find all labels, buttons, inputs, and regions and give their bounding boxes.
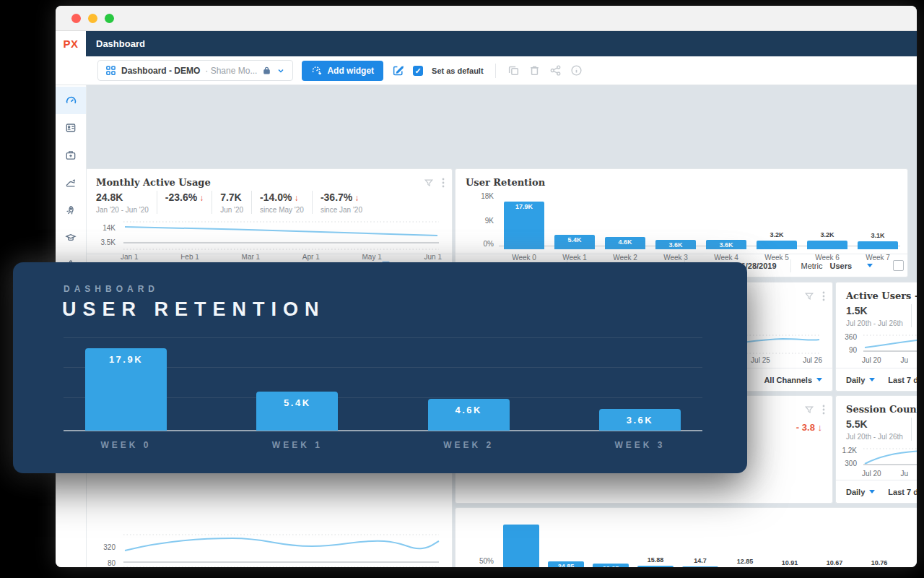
sidebar-item-product[interactable] [56, 142, 86, 169]
sidebar-item-audience[interactable] [56, 114, 86, 142]
bar-column: 3.2KWeek 5 [751, 194, 802, 262]
stat: -36.7%↓since Jan '20 [312, 191, 370, 214]
close-button[interactable] [71, 14, 81, 23]
chevron-down-icon [276, 66, 285, 75]
y-tick: 0% [484, 240, 499, 248]
overlay-x-tick: WEEK 0 [74, 440, 178, 450]
duplicate-icon[interactable] [507, 64, 520, 77]
bar-column: 3.6KWeek 4 [701, 194, 751, 262]
x-tick: Jul 20 [862, 356, 881, 364]
y-tick: 320 [103, 543, 121, 551]
filter-icon[interactable] [424, 178, 434, 188]
bar-column: Day 9 [902, 514, 917, 567]
widget-title: Session Count [836, 396, 917, 416]
y-tick: 50% [479, 557, 499, 565]
screen: PX Dashboard Dashboard - DEMO · Shane Mo… [0, 0, 924, 578]
dashboard-selector-owner: · Shane Mo... [205, 66, 257, 76]
bar-column: 10.67Day 7 [812, 514, 857, 567]
kebab-menu-icon[interactable] [822, 290, 825, 302]
page-title: Dashboard [86, 31, 145, 56]
footer-dropdown[interactable]: Daily [846, 376, 875, 384]
y-tick: 3.5K [100, 238, 121, 246]
stat: 5.5KJul 20th - Jul 26th [846, 418, 911, 441]
include-recent-checkbox[interactable] [893, 260, 904, 271]
overlay-x-ticks: WEEK 0WEEK 1WEEK 2WEEK 3 [64, 440, 702, 450]
stat: 12.2%↑ [911, 304, 917, 327]
window-titlebar [56, 6, 917, 31]
x-axis-ticks: Jul 20Ju [862, 356, 908, 364]
footer-setting[interactable]: MetricUsers [790, 259, 884, 272]
widget-footer: DailyLast 7 days [836, 480, 917, 503]
bar-column: 3.1KWeek 7 [853, 194, 903, 262]
bar-cell: 3.1K [853, 197, 903, 249]
bar-column: 4.6KWeek 2 [600, 194, 650, 262]
overlay-eyebrow: DASHBOARD [64, 284, 159, 294]
line-chart: 360 90 [862, 332, 908, 355]
bar-cell: 3.2K [802, 197, 853, 249]
bar-cell: 10.67 [812, 517, 857, 567]
delete-icon[interactable] [528, 64, 541, 77]
sidebar-item-analytics[interactable] [56, 169, 86, 197]
bar-column: 15.88Day 3 [633, 514, 678, 567]
line-chart: 1.2K 300 [862, 445, 908, 468]
all-channels-dropdown[interactable]: All Channels [764, 376, 822, 384]
x-axis-ticks: Jul 20Ju [862, 470, 908, 478]
sidebar-item-knowledge-center[interactable] [56, 224, 86, 251]
y-tick: 300 [845, 460, 862, 467]
overlay-x-tick: WEEK 3 [588, 440, 692, 450]
bar-cell: 24.85 [544, 517, 588, 567]
bar-cell: 20.25 [588, 517, 633, 567]
lock-icon [262, 66, 271, 75]
zoom-button[interactable] [105, 14, 114, 23]
x-tick: Ju [900, 356, 908, 364]
bar-cell [499, 517, 544, 567]
overlay-title: USER RETENTION [62, 298, 326, 321]
bar-cell: 3.6K [650, 197, 701, 249]
y-tick: 1.2K [842, 447, 862, 454]
bar-cell: 3.6K [701, 197, 751, 249]
widget-footer: DailyLast 7 days [836, 368, 917, 391]
overlay-bar-column: 3.6K [599, 409, 681, 431]
bar-cell: 3.2K [751, 197, 802, 249]
filter-icon[interactable] [804, 405, 814, 415]
sidebar-item-engagements[interactable] [56, 197, 86, 224]
kebab-menu-icon[interactable] [442, 177, 445, 189]
stat: 1.5KJul 20th - Jul 26th [846, 304, 911, 327]
share-icon[interactable] [549, 64, 562, 77]
toolbar-divider [495, 64, 496, 78]
stat: -23.6%↓ [157, 191, 212, 214]
bar-cell: 5.4K [549, 197, 600, 249]
bar-column: 3.2KWeek 6 [802, 194, 853, 262]
footer-dropdown[interactable]: Daily [846, 488, 875, 496]
x-tick: Ju [900, 470, 908, 478]
dashboard-selector[interactable]: Dashboard - DEMO · Shane Mo... [97, 60, 293, 81]
footer-dropdown[interactable]: Last 7 days [888, 376, 917, 384]
widget-gauge-icon [311, 65, 322, 76]
bar-column: 17.9KWeek 0 [499, 194, 549, 262]
y-tick: 90 [849, 346, 862, 354]
widget-title: Monthly Active Usage [86, 169, 452, 189]
overlay-bar-column: 17.9K [85, 348, 167, 431]
bar-cell: 10.91 [767, 517, 812, 567]
add-widget-button[interactable]: Add widget [302, 61, 383, 81]
widget-title: Active Users - Enterp [836, 282, 917, 303]
x-tick: Jul 26 [803, 356, 822, 364]
y-tick: 80 [108, 559, 121, 567]
info-icon[interactable] [570, 64, 583, 77]
x-tick: Jul 25 [751, 356, 770, 364]
set-default-checkbox[interactable]: ✓ [413, 66, 423, 76]
filter-icon[interactable] [804, 291, 814, 301]
edit-icon[interactable] [392, 64, 404, 77]
stat: -14.0%↓since May '20 [251, 191, 312, 214]
kebab-menu-icon[interactable] [822, 404, 825, 415]
minimize-button[interactable] [88, 14, 97, 23]
include-recent-checkbox-group[interactable]: Include recent tim [883, 259, 908, 272]
bar-cell: 12.85 [723, 517, 767, 567]
sidebar-item-dashboard[interactable] [56, 87, 86, 114]
bar-column: 20.25Day 2 [588, 514, 633, 567]
footer-dropdown[interactable]: Last 7 days [888, 488, 917, 496]
y-tick: 9K [485, 217, 499, 225]
y-tick: 14K [103, 224, 121, 232]
add-widget-label: Add widget [327, 66, 374, 76]
bar-column: 10.76Day 8 [857, 514, 902, 567]
